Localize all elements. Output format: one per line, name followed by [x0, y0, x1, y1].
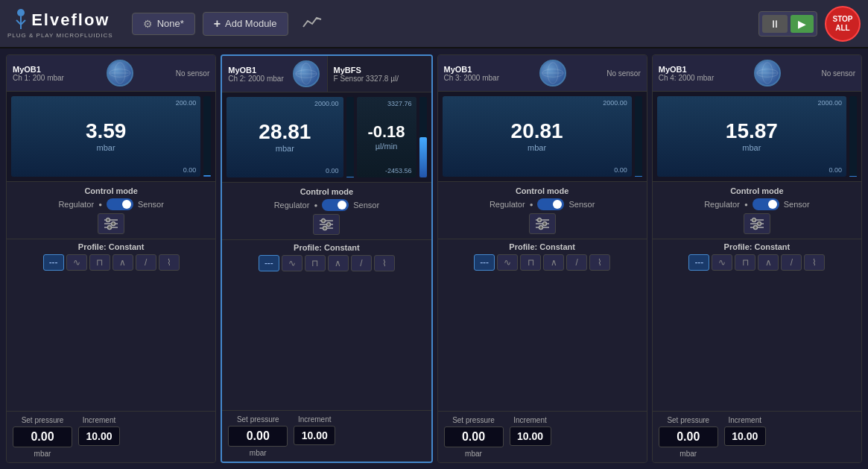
ch2-globe[interactable]	[291, 59, 321, 89]
ch4-inc-label: Increment	[729, 416, 761, 424]
module-card-ch1: MyOB1 Ch 1: 200 mbar No sensor 200.00 3.…	[6, 54, 216, 463]
ch2-control-title: Control mode	[228, 187, 425, 196]
ch2-profile-btn-square[interactable]: ⊓	[305, 255, 326, 271]
ch3-profile-btn-square[interactable]: ⊓	[520, 254, 541, 271]
ch3-unit: mbar	[528, 143, 546, 152]
ch3-toggle[interactable]	[537, 198, 564, 210]
ch4-inc-input[interactable]	[724, 426, 766, 446]
ch3-inc-input[interactable]	[510, 426, 551, 446]
ch4-toggle[interactable]	[753, 198, 779, 210]
ch3-sp-unit: mbar	[465, 450, 482, 458]
ch4-profile-btn-ramp[interactable]: /	[781, 254, 802, 271]
ch4-sp-unit: mbar	[679, 450, 697, 458]
ch2-channel: Ch 2: 2000 mbar	[228, 75, 284, 83]
ch1-profile-btn-triangle[interactable]: ∧	[113, 254, 133, 271]
ch2-profile-btn-triangle[interactable]: ∧	[328, 255, 349, 271]
ch1-sp-input[interactable]	[13, 426, 72, 447]
preset-button[interactable]: ⚙ None*	[132, 13, 195, 35]
ch4-regulator-label: Regulator	[704, 200, 740, 209]
ch2-sp-input[interactable]	[228, 426, 288, 447]
ch3-max: 2000.00	[603, 99, 627, 107]
ch1-bar	[203, 96, 211, 177]
ch3-profile-btn-triangle[interactable]: ∧	[543, 254, 564, 271]
ch1-sensor: No sensor	[176, 69, 210, 78]
ch2-inc-input[interactable]	[294, 426, 335, 445]
ch1-min: 0.00	[183, 166, 197, 174]
gear-icon: ⚙	[143, 18, 153, 30]
ch4-gauge-section: 2000.00 15.87 mbar 0.00	[653, 92, 861, 181]
ch4-profile-btn-triangle[interactable]: ∧	[758, 254, 779, 271]
card-header-ch3: MyOB1 Ch 3: 2000 mbar No sensor	[438, 55, 647, 92]
ch1-settings-icon[interactable]	[98, 213, 124, 234]
ch2-bar-fill	[346, 177, 354, 177]
ch4-profile-title: Profile: Constant	[659, 242, 855, 251]
ch1-profile-buttons: --- ∿ ⊓ ∧ / ⌇	[13, 254, 209, 271]
ch1-profile-btn-square[interactable]: ⊓	[89, 254, 110, 271]
ch1-inc-label: Increment	[83, 416, 115, 424]
ch2-unit: mbar	[276, 144, 294, 153]
ch2-profile-buttons: --- ∿ ⊓ ∧ / ⌇	[228, 255, 425, 271]
ch3-sp-input[interactable]	[444, 426, 504, 447]
ch1-inc-input[interactable]	[78, 426, 120, 446]
ch3-profile-label: Profile:	[509, 242, 537, 251]
ch4-settings-icon[interactable]	[744, 213, 770, 234]
ch2-settings-icon[interactable]	[313, 214, 340, 235]
logo-icon	[10, 8, 31, 32]
ch3-profile: Profile: Constant --- ∿ ⊓ ∧ / ⌇	[438, 239, 647, 274]
ch4-profile-btn-constant[interactable]: ---	[688, 254, 709, 271]
svg-point-37	[757, 222, 761, 226]
ch3-profile-btn-sine[interactable]: ∿	[497, 254, 518, 271]
ch4-profile-btn-sine[interactable]: ∿	[712, 254, 732, 271]
ch1-profile-btn-ramp[interactable]: /	[136, 254, 156, 271]
ch3-profile-btn-custom[interactable]: ⌇	[589, 254, 610, 271]
ch2-sensor-bar-fill	[419, 137, 427, 177]
ch4-profile-btn-square[interactable]: ⊓	[735, 254, 755, 271]
ch4-channel: Ch 4: 2000 mbar	[659, 74, 715, 82]
ch3-globe[interactable]	[538, 58, 568, 88]
ch2-sensor-max: 3327.76	[387, 100, 412, 107]
ch2-profile-btn-constant[interactable]: ---	[259, 255, 279, 271]
ch3-profile-type: Constant	[539, 242, 575, 251]
ch1-profile-title: Profile: Constant	[13, 242, 209, 251]
ch3-gauge: 2000.00 20.81 mbar 0.00	[443, 96, 632, 177]
ch3-sp-label: Set pressure	[452, 416, 495, 424]
ch1-set-pressure: Set pressure mbar Increment	[7, 411, 215, 462]
ch4-gauge: 2000.00 15.87 mbar 0.00	[657, 96, 846, 177]
ch2-profile-btn-custom[interactable]: ⌇	[374, 255, 395, 271]
play-button[interactable]: ▶	[791, 15, 814, 33]
stop-all-button[interactable]: STOPALL	[825, 6, 861, 42]
ch2-toggle[interactable]	[322, 199, 349, 211]
ch4-value: 15.87	[726, 121, 778, 142]
ch1-profile-btn-custom[interactable]: ⌇	[159, 254, 180, 271]
ch3-profile-btn-constant[interactable]: ---	[474, 254, 495, 271]
chart-button[interactable]	[296, 10, 329, 37]
card-header-ch1: MyOB1 Ch 1: 200 mbar No sensor	[7, 55, 215, 92]
ch4-profile-btn-custom[interactable]: ⌇	[804, 254, 825, 271]
add-module-button[interactable]: + Add Module	[203, 12, 288, 36]
ch4-bar-fill	[849, 176, 857, 177]
ch3-toggle-dot: ●	[530, 201, 533, 208]
ch3-inc-label: Increment	[513, 416, 546, 424]
ch1-sp-label: Set pressure	[22, 416, 64, 424]
ch2-control: Control mode Regulator ● Sensor	[222, 182, 431, 239]
ch2-device: MyOB1	[228, 66, 284, 75]
ch1-toggle[interactable]	[107, 198, 133, 210]
ch3-settings-icon[interactable]	[529, 213, 556, 234]
ch2-profile-label: Profile:	[294, 243, 322, 252]
ch2-gauge: 2000.00 28.81 mbar 0.00	[226, 97, 343, 177]
ch3-profile-btn-ramp[interactable]: /	[566, 254, 587, 271]
ch1-globe[interactable]	[105, 58, 135, 88]
ch4-sp-input[interactable]	[659, 426, 718, 447]
ch1-profile-btn-constant[interactable]: ---	[43, 254, 64, 271]
svg-point-8	[107, 218, 110, 222]
ch4-set-pressure: Set pressure mbar Increment	[653, 411, 861, 462]
ch1-profile-btn-sine[interactable]: ∿	[66, 254, 87, 271]
ch2-profile-btn-sine[interactable]: ∿	[282, 255, 302, 271]
svg-point-39	[753, 226, 757, 230]
transport-controls: ⏸ ▶	[758, 11, 817, 37]
app-subtitle: PLUG & PLAY MICROFLUIDICS	[7, 32, 113, 39]
ch2-sp-unit: mbar	[250, 449, 267, 457]
ch4-globe[interactable]	[753, 58, 782, 88]
pause-button[interactable]: ⏸	[762, 15, 788, 33]
ch2-profile-btn-ramp[interactable]: /	[351, 255, 372, 271]
